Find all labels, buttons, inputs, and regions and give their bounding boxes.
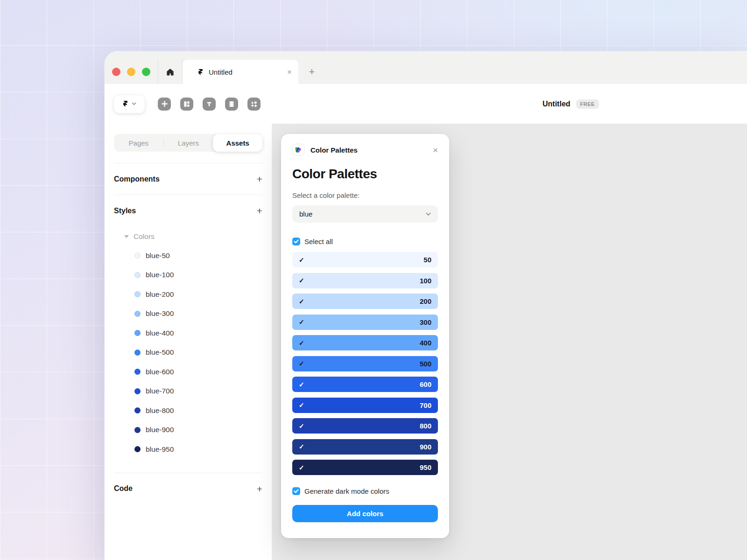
- color-name: blue-800: [146, 406, 174, 415]
- swatch-value: 600: [420, 380, 431, 388]
- home-icon: [166, 68, 175, 77]
- insert-button[interactable]: [158, 98, 171, 111]
- check-icon: [294, 489, 299, 493]
- project-title[interactable]: Untitled: [543, 100, 571, 108]
- tab-pages[interactable]: Pages: [114, 134, 163, 152]
- zoom-window-button[interactable]: [142, 68, 150, 76]
- home-tab-button[interactable]: [158, 60, 182, 84]
- list-item[interactable]: blue-900: [114, 420, 262, 440]
- swatch-value: 200: [420, 297, 431, 305]
- check-icon: ✓: [299, 298, 304, 305]
- swatch-value: 100: [420, 277, 431, 285]
- minimize-window-button[interactable]: [127, 68, 135, 76]
- tab-layers[interactable]: Layers: [164, 134, 213, 152]
- tab-close-icon[interactable]: ×: [287, 68, 292, 76]
- swatch-row[interactable]: ✓400: [292, 335, 438, 350]
- color-name: blue-50: [146, 252, 170, 260]
- list-item[interactable]: blue-300: [114, 304, 262, 324]
- swatch-value: 50: [423, 256, 431, 264]
- chevron-down-icon: [426, 212, 431, 216]
- check-icon: ✓: [299, 443, 304, 450]
- layout-button[interactable]: [180, 98, 193, 111]
- check-icon: ✓: [299, 464, 304, 471]
- left-sidebar: Pages Layers Assets Components + Styles …: [105, 124, 272, 560]
- color-name: blue-500: [146, 348, 174, 357]
- toolbar: Untitled FREE: [105, 84, 747, 124]
- swatch-list: ✓50 ✓100 ✓200 ✓300 ✓400 ✓500 ✓600 ✓700 ✓…: [292, 252, 438, 475]
- swatch-row[interactable]: ✓300: [292, 315, 438, 330]
- color-palettes-plugin-icon: [292, 144, 304, 156]
- color-swatch-dot: [134, 369, 141, 375]
- framer-icon: [197, 69, 204, 75]
- swatch-value: 800: [420, 422, 431, 430]
- list-item[interactable]: blue-200: [114, 285, 262, 304]
- color-swatch-dot: [134, 252, 141, 259]
- list-item[interactable]: blue-600: [114, 362, 262, 382]
- swatch-row[interactable]: ✓900: [292, 439, 438, 455]
- select-all-checkbox[interactable]: [292, 238, 300, 245]
- tab-title: Untitled: [209, 68, 282, 76]
- check-icon: ✓: [299, 401, 304, 409]
- sidebar-tabs: Pages Layers Assets: [114, 134, 262, 152]
- add-code-button[interactable]: +: [257, 484, 262, 494]
- plugin-title: Color Palettes: [310, 146, 427, 154]
- swatch-row[interactable]: ✓950: [292, 460, 438, 475]
- tab-assets[interactable]: Assets: [213, 134, 262, 152]
- color-swatch-dot: [134, 330, 141, 336]
- color-name: blue-700: [146, 387, 174, 395]
- database-icon: [228, 100, 235, 108]
- color-name: blue-200: [146, 290, 174, 299]
- palette-select-value: blue: [299, 210, 312, 218]
- cms-button[interactable]: [225, 98, 238, 111]
- components-label: Components: [114, 175, 160, 183]
- color-swatch-dot: [134, 311, 141, 317]
- swatch-row[interactable]: ✓700: [292, 398, 438, 413]
- list-item[interactable]: blue-400: [114, 323, 262, 343]
- swatch-row[interactable]: ✓600: [292, 377, 438, 392]
- plugin-close-icon[interactable]: ×: [433, 146, 438, 154]
- swatch-row[interactable]: ✓500: [292, 356, 438, 371]
- layout-icon: [183, 100, 190, 108]
- color-swatch-dot: [134, 291, 141, 297]
- add-component-button[interactable]: +: [257, 174, 262, 184]
- dark-mode-row[interactable]: Generate dark mode colors: [292, 487, 438, 495]
- list-item[interactable]: blue-100: [114, 266, 262, 285]
- add-colors-button[interactable]: Add colors: [292, 505, 438, 522]
- list-item[interactable]: blue-500: [114, 343, 262, 363]
- list-item[interactable]: blue-800: [114, 401, 262, 420]
- code-section-header: Code +: [114, 473, 262, 504]
- framer-menu-button[interactable]: [113, 95, 145, 113]
- color-name: blue-400: [146, 329, 174, 337]
- swatch-value: 950: [420, 463, 431, 471]
- dark-mode-checkbox[interactable]: [292, 487, 300, 495]
- close-window-button[interactable]: [112, 68, 120, 76]
- chevron-down-icon: [132, 102, 136, 105]
- plan-badge: FREE: [576, 99, 599, 109]
- swatch-row[interactable]: ✓200: [292, 294, 438, 309]
- palette-select-label: Select a color palette:: [292, 191, 438, 199]
- swatch-row[interactable]: ✓50: [292, 252, 438, 267]
- color-swatch-dot: [134, 272, 141, 278]
- tab-untitled[interactable]: Untitled ×: [183, 60, 298, 84]
- swatch-row[interactable]: ✓800: [292, 418, 438, 434]
- framer-logo-icon: [122, 101, 128, 107]
- colors-group-toggle[interactable]: Colors: [114, 227, 262, 246]
- list-item[interactable]: blue-50: [114, 246, 262, 266]
- list-item[interactable]: blue-700: [114, 382, 262, 401]
- text-icon: [206, 101, 212, 107]
- plus-icon: [161, 100, 168, 107]
- add-style-button[interactable]: +: [257, 206, 262, 216]
- color-palettes-plugin-panel: Color Palettes × Color Palettes Select a…: [281, 134, 449, 538]
- color-style-list: blue-50 blue-100 blue-200 blue-300 blue-…: [114, 246, 262, 459]
- new-tab-button[interactable]: +: [298, 60, 325, 84]
- list-item[interactable]: blue-950: [114, 440, 262, 459]
- select-all-row[interactable]: Select all: [292, 238, 438, 245]
- check-icon: ✓: [299, 277, 304, 284]
- page-title: Color Palettes: [292, 167, 438, 182]
- check-icon: ✓: [299, 381, 304, 388]
- swatch-value: 900: [420, 443, 431, 451]
- plugins-button[interactable]: [247, 98, 261, 111]
- palette-select[interactable]: blue: [292, 205, 438, 223]
- swatch-row[interactable]: ✓100: [292, 273, 438, 288]
- text-tool-button[interactable]: [203, 98, 216, 111]
